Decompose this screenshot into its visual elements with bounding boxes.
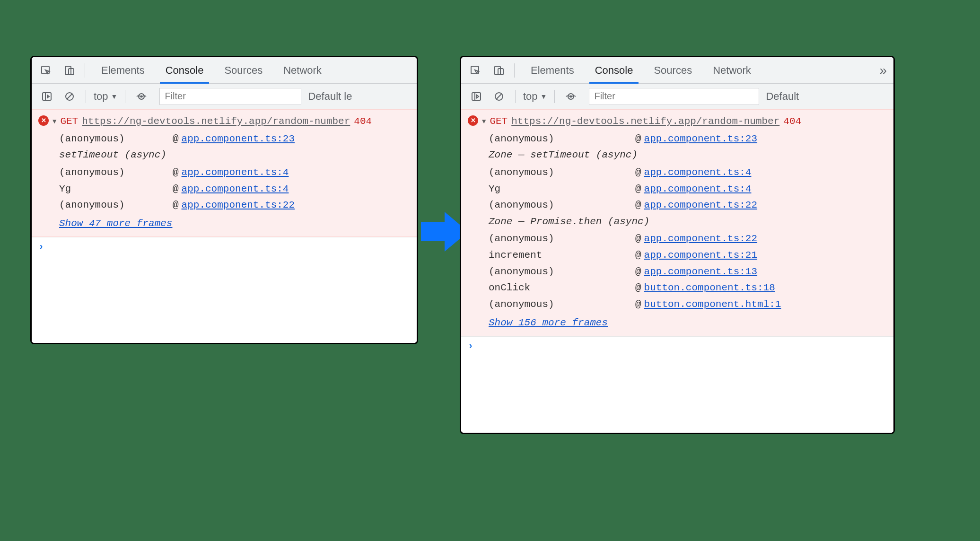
log-levels-selector[interactable]: Default — [766, 90, 799, 103]
frame-location-link[interactable]: app.component.ts:23 — [182, 131, 295, 148]
devtools-panel-after: Elements Console Sources Network » top ▼… — [460, 56, 895, 434]
frame-location-link[interactable]: app.component.ts:22 — [644, 231, 757, 247]
frame-location-link[interactable]: app.component.ts:22 — [182, 197, 295, 214]
stack-group: (anonymous) @ app.component.ts:22 increm… — [489, 231, 887, 313]
stack-frame: (anonymous) @ app.component.ts:22 — [489, 231, 887, 247]
show-more-frames-link[interactable]: Show 156 more frames — [489, 315, 887, 332]
stack-group: (anonymous) @ app.component.ts:4 Yg @ ap… — [59, 165, 410, 214]
tab-sources[interactable]: Sources — [643, 57, 702, 83]
chevron-down-icon: ▼ — [541, 93, 547, 100]
http-method: GET — [60, 113, 78, 130]
error-icon — [38, 115, 49, 126]
stack-frame: Yg @ app.component.ts:4 — [59, 181, 410, 198]
frame-location-link[interactable]: app.component.ts:23 — [644, 131, 757, 148]
console-error-entry: ▼ GET https://ng-devtools.netlify.app/ra… — [32, 109, 417, 237]
frame-function: onClick — [489, 280, 635, 297]
console-sidebar-toggle-icon[interactable] — [38, 88, 55, 105]
show-more-frames-link[interactable]: Show 47 more frames — [59, 216, 410, 232]
at-symbol: @ — [173, 181, 179, 198]
inspect-element-icon[interactable] — [466, 61, 485, 80]
frame-location-link[interactable]: app.component.ts:22 — [644, 197, 757, 214]
execution-context-selector[interactable]: top ▼ — [520, 90, 550, 103]
svg-point-13 — [570, 95, 572, 97]
console-output: ▼ GET https://ng-devtools.netlify.app/ra… — [32, 109, 417, 343]
frame-location-link[interactable]: app.component.ts:21 — [644, 247, 757, 264]
stack-frame: onClick @ button.component.ts:18 — [489, 280, 887, 297]
frame-location-link[interactable]: app.component.ts:4 — [182, 181, 289, 198]
console-error-entry: ▼ GET https://ng-devtools.netlify.app/ra… — [461, 109, 893, 336]
separator — [515, 90, 516, 103]
stack-frame: (anonymous) @ app.component.ts:4 — [59, 165, 410, 181]
frame-function: (anonymous) — [59, 165, 173, 181]
stack-group: (anonymous) @ app.component.ts:23 — [59, 131, 410, 148]
separator — [86, 90, 86, 103]
stack-frame: (anonymous) @ app.component.ts:22 — [59, 197, 410, 214]
frame-function: (anonymous) — [489, 131, 635, 148]
device-toggle-icon[interactable] — [490, 61, 508, 80]
console-prompt[interactable]: › — [461, 336, 893, 355]
tab-network[interactable]: Network — [273, 57, 332, 83]
filter-input[interactable] — [159, 88, 301, 105]
at-symbol: @ — [173, 165, 179, 181]
frame-location-link[interactable]: button.component.ts:18 — [644, 280, 775, 297]
at-symbol: @ — [635, 297, 641, 313]
live-expression-icon[interactable] — [133, 88, 150, 105]
console-prompt[interactable]: › — [32, 237, 417, 256]
context-label: top — [94, 90, 108, 103]
frame-function: (anonymous) — [489, 264, 635, 280]
tab-elements[interactable]: Elements — [91, 57, 155, 83]
execution-context-selector[interactable]: top ▼ — [91, 90, 120, 103]
separator — [554, 90, 555, 103]
stack-frame: (anonymous) @ app.component.ts:23 — [489, 131, 887, 148]
request-url[interactable]: https://ng-devtools.netlify.app/random-n… — [82, 113, 350, 130]
at-symbol: @ — [635, 264, 641, 280]
frame-function: (anonymous) — [489, 197, 635, 214]
disclosure-triangle-icon[interactable]: ▼ — [482, 116, 486, 127]
http-method: GET — [490, 113, 508, 130]
console-sidebar-toggle-icon[interactable] — [468, 88, 485, 105]
tab-console[interactable]: Console — [155, 57, 214, 83]
inspect-element-icon[interactable] — [36, 61, 55, 80]
console-filterbar: top ▼ Default le — [32, 84, 417, 109]
separator — [125, 90, 125, 103]
error-icon — [468, 115, 478, 126]
stack-frame: (anonymous) @ button.component.html:1 — [489, 297, 887, 313]
frame-location-link[interactable]: app.component.ts:4 — [644, 181, 752, 198]
filter-input[interactable] — [589, 88, 759, 105]
frame-function: increment — [489, 247, 635, 264]
clear-console-icon[interactable] — [61, 88, 78, 105]
stack-frame: (anonymous) @ app.component.ts:23 — [59, 131, 410, 148]
frame-location-link[interactable]: app.component.ts:13 — [644, 264, 757, 280]
more-tabs-icon[interactable]: » — [879, 63, 887, 78]
frame-function: (anonymous) — [489, 231, 635, 247]
frame-location-link[interactable]: app.component.ts:4 — [182, 165, 289, 181]
prompt-chevron-icon: › — [38, 239, 44, 254]
error-header: ▼ GET https://ng-devtools.netlify.app/ra… — [468, 113, 887, 130]
devtools-tabbar: Elements Console Sources Network » — [461, 57, 893, 84]
at-symbol: @ — [635, 247, 641, 264]
stack-group: (anonymous) @ app.component.ts:4 Yg @ ap… — [489, 165, 887, 214]
disclosure-triangle-icon[interactable]: ▼ — [52, 116, 56, 127]
svg-point-6 — [140, 95, 143, 97]
frame-function: (anonymous) — [489, 297, 635, 313]
stack-frame: Yg @ app.component.ts:4 — [489, 181, 887, 198]
clear-console-icon[interactable] — [490, 88, 508, 105]
live-expression-icon[interactable] — [562, 88, 579, 105]
devtools-tabbar: Elements Console Sources Network — [32, 57, 417, 84]
async-label: Zone — setTimeout (async) — [489, 147, 887, 164]
log-levels-selector[interactable]: Default le — [308, 90, 352, 103]
frame-location-link[interactable]: button.component.html:1 — [644, 297, 781, 313]
frame-location-link[interactable]: app.component.ts:4 — [644, 165, 752, 181]
request-url[interactable]: https://ng-devtools.netlify.app/random-n… — [511, 113, 779, 130]
frame-function: Yg — [489, 181, 635, 198]
http-status: 404 — [354, 113, 372, 130]
tab-console[interactable]: Console — [585, 57, 644, 83]
tab-network[interactable]: Network — [702, 57, 761, 83]
tab-sources[interactable]: Sources — [214, 57, 273, 83]
stack-frame: (anonymous) @ app.component.ts:13 — [489, 264, 887, 280]
device-toggle-icon[interactable] — [60, 61, 79, 80]
tab-elements[interactable]: Elements — [520, 57, 585, 83]
stack-frame: increment @ app.component.ts:21 — [489, 247, 887, 264]
at-symbol: @ — [173, 197, 179, 214]
async-label: setTimeout (async) — [59, 147, 410, 164]
